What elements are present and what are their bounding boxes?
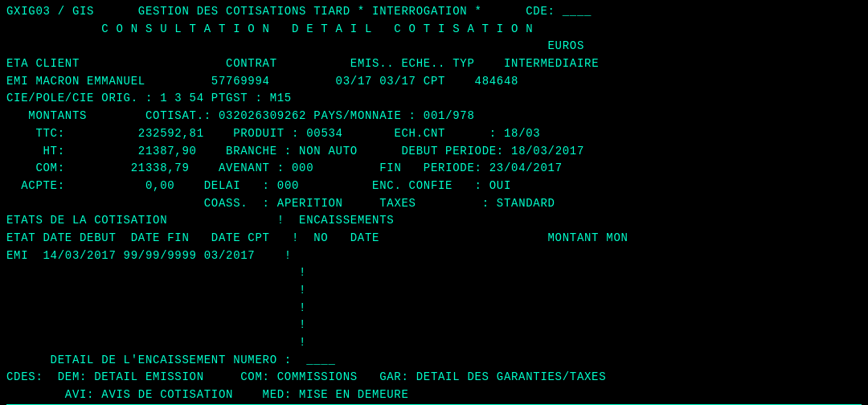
val-branche: NON AUTO [299,145,358,158]
label-eche: ECHE. [402,57,439,70]
label-intermediaire: INTERMEDIAIRE [504,57,599,70]
label-produit: PRODUIT : [233,127,299,140]
client-contrat: 57769994 [211,75,270,88]
val-cotisat: 032026309262 [219,109,306,122]
label-typ: TYP [452,57,474,70]
etats-row1: EMI 14/03/2017 99/99/9999 03/2017 ! [6,248,862,265]
label-ht: HT: [43,145,65,158]
val-taxes: STANDARD [497,197,555,210]
client-data-row: EMI MACRON EMMANUEL 57769994 03/17 03/17… [6,73,862,91]
val-debut: 18/03/2017 [511,145,584,158]
header-line1: GXIG03 / GIS GESTION DES COTISATIONS TIA… [6,3,862,21]
etats-excl3: ! [6,300,862,317]
val-avenant: 000 [292,162,313,174]
val-delai: 000 [277,179,299,192]
label-ttc: TTC: [35,127,64,140]
label-fin: FIN PERIODE: [379,162,481,174]
footer-menu-line1: CDES: DEM: DETAIL EMISSION COM: COMMISSI… [6,369,862,387]
client-labels: ETA CLIENT CONTRAT EMIS.. ECHE.. TYP INT… [6,55,862,73]
val-ech: 18/03 [504,127,541,140]
val-coass: APERITION [277,197,343,210]
client-typ: CPT [424,75,445,88]
val-acpte: 0,00 [145,179,174,192]
label-coass: COASS. : [204,197,270,210]
val-enc: OUI [489,179,511,192]
header-line3: EUROS [6,38,862,55]
label-branche: BRANCHE : [226,145,292,158]
client-eche: 03/17 [379,75,416,88]
label-delai: DELAI : [204,179,270,192]
footer-menu-line2: AVI: AVIS DE COTISATION MED: MISE EN DEM… [6,387,862,404]
label-etats: ETATS DE LA COTISATION [6,214,167,227]
label-eta: ETA CLIENT [6,57,80,70]
label-montants: MONTANTS [28,109,87,122]
montants-line1: MONTANTS COTISAT.: 032026309262 PAYS/MON… [6,108,862,125]
label-cotisat: COTISAT.: [145,109,211,122]
label-enc: ENC. CONFIE : [372,179,482,192]
val-ttc: 232592,81 [138,127,204,140]
label-emis: EMIS. [350,57,387,70]
etats-excl1: ! [6,264,862,282]
label-contrat: CONTRAT [226,57,277,70]
label-taxes: TAXES : [379,197,489,210]
label-com: COM: [35,162,64,174]
etats-columns: ETAT DATE DEBUT DATE FIN DATE CPT ! NO D… [6,230,862,248]
etats-excl5: ! [6,334,862,352]
etats-labels: ETATS DE LA COTISATION ! ENCAISSEMENTS [6,212,862,230]
header-line2: C O N S U L T A T I O N D E T A I L C O … [6,21,862,39]
label-ech: ECH.CNT : [394,127,496,140]
montants-acpte: ACPTE: 0,00 DELAI : 000 ENC. CONFIE : OU… [6,178,862,195]
etats-excl4: ! [6,317,862,334]
montants-ht: HT: 21387,90 BRANCHE : NON AUTO DEBUT PE… [6,143,862,161]
main-screen: GXIG03 / GIS GESTION DES COTISATIONS TIA… [0,0,868,405]
client-intermediaire: 484648 [475,75,519,88]
val-pays: 001/978 [424,109,475,122]
etats-excl2: ! [6,282,862,300]
label-pays: PAYS/MONNAIE : [313,109,416,122]
val-com: 21338,79 [131,162,190,174]
detail-line: DETAIL DE L'ENCAISSEMENT NUMERO : ____ [6,352,862,370]
label-acpte: ACPTE: [21,179,65,192]
label-encaissements: ! ENCAISSEMENTS [277,214,395,227]
val-produit: 00534 [306,127,343,140]
montants-ttc: TTC: 232592,81 PRODUIT : 00534 ECH.CNT :… [6,125,862,143]
val-fin: 23/04/2017 [489,162,563,174]
val-ht: 21387,90 [138,145,197,158]
montants-com: COM: 21338,79 AVENANT : 000 FIN PERIODE:… [6,160,862,178]
label-debut: DEBUT PERIODE: [402,145,504,158]
label-avenant: AVENANT : [219,162,285,174]
client-name: EMI MACRON EMMANUEL [6,75,145,88]
client-emis: 03/17 [336,75,373,88]
montants-coass: COASS. : APERITION TAXES : STANDARD [6,195,862,213]
cie-line: CIE/POLE/CIE ORIG. : 1 3 54 PTGST : M15 [6,90,862,108]
